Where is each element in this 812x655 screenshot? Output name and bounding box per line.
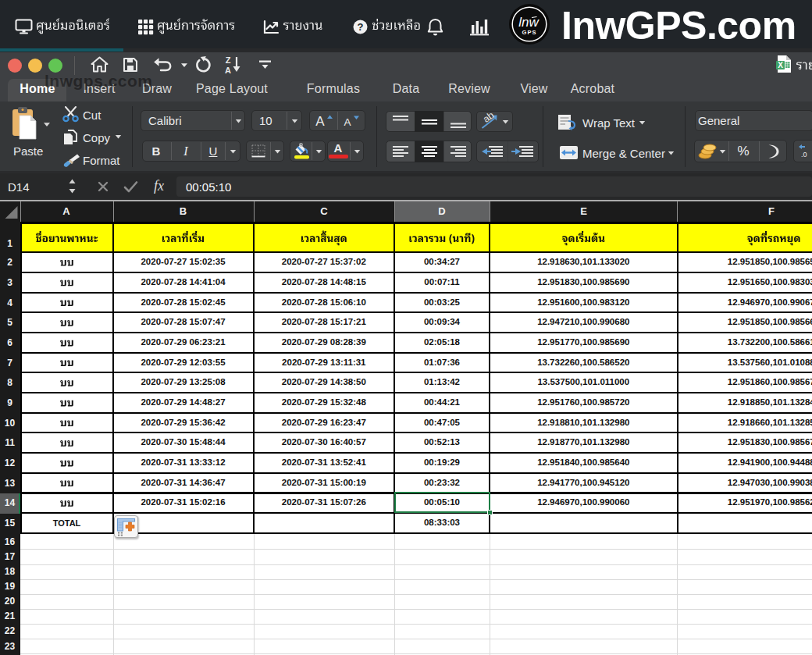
svg-text:.0: .0 (801, 151, 807, 158)
svg-text:GPS: GPS (522, 29, 537, 36)
svg-text:X: X (778, 61, 783, 69)
svg-text:?: ? (358, 21, 364, 33)
svg-text:Z: Z (226, 55, 231, 65)
svg-text:A: A (225, 66, 231, 74)
svg-text:A: A (315, 114, 325, 128)
svg-text:ab: ab (481, 112, 497, 125)
svg-text:A: A (344, 116, 351, 128)
